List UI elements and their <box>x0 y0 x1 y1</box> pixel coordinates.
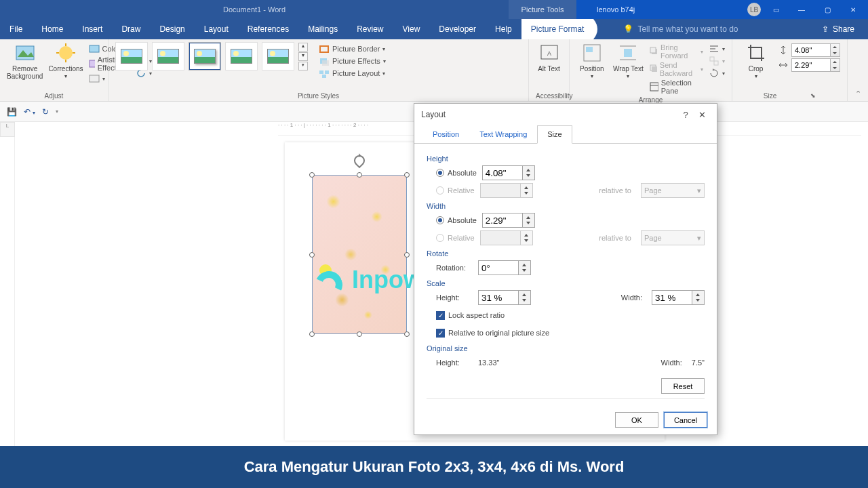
spinner-icon[interactable] <box>831 43 840 57</box>
scale-width-input[interactable] <box>652 290 692 305</box>
position-button[interactable]: Position▾ <box>576 42 608 80</box>
maximize-icon[interactable]: ▢ <box>816 0 838 19</box>
gallery-down-icon[interactable]: ▼ <box>298 52 308 61</box>
lock-aspect-checkbox[interactable]: ✓ Lock aspect ratio <box>436 311 505 320</box>
picture-styles-gallery[interactable]: ▲ ▼ ▾ <box>115 42 308 70</box>
send-backward-button[interactable]: Send Backward ▾ <box>649 61 703 77</box>
ok-button[interactable]: OK <box>615 412 658 428</box>
align-button[interactable]: ▾ <box>709 43 725 54</box>
cancel-button[interactable]: Cancel <box>664 412 707 428</box>
spinner-icon[interactable] <box>692 290 705 305</box>
spinner-icon[interactable] <box>519 260 531 275</box>
width-relative-combo: Page <box>641 230 705 245</box>
qat-customize-icon[interactable]: ▾ <box>56 108 58 115</box>
scale-height-input[interactable] <box>478 290 519 305</box>
style-option[interactable] <box>152 42 184 70</box>
crop-label: Crop <box>749 65 764 73</box>
tell-me-search[interactable]: 💡 Tell me what you want to do <box>623 24 738 34</box>
dialog-tab-wrapping[interactable]: Text Wrapping <box>469 125 537 143</box>
rotate-button[interactable]: ▾ <box>709 68 725 79</box>
spinner-icon[interactable] <box>831 58 840 72</box>
original-width-value: 7.5" <box>692 359 705 367</box>
size-dialog-launcher-icon[interactable]: ⬊ <box>810 92 816 100</box>
tab-edge-decoration <box>593 19 610 39</box>
tab-picture-format[interactable]: Picture Format <box>521 19 594 39</box>
save-icon[interactable]: 💾 <box>7 107 17 117</box>
redo-icon[interactable]: ↻ <box>42 107 49 117</box>
picture-layout-button[interactable]: Picture Layout ▾ <box>319 68 386 79</box>
picture-border-button[interactable]: Picture Border ▾ <box>319 43 386 54</box>
tab-insert[interactable]: Insert <box>73 19 112 39</box>
avatar[interactable]: LB <box>747 3 761 16</box>
resize-handle[interactable] <box>309 252 315 258</box>
corrections-button[interactable]: Corrections▾ <box>48 42 83 80</box>
ribbon-options-icon[interactable]: ▭ <box>765 0 787 19</box>
share-button[interactable]: ⇪ Share <box>822 24 868 34</box>
dialog-tab-size[interactable]: Size <box>537 125 572 144</box>
rotate-handle[interactable] <box>352 153 368 169</box>
style-option-selected[interactable] <box>189 42 221 70</box>
radio-unchecked-icon <box>436 234 444 242</box>
ribbon-height-input[interactable] <box>791 43 831 57</box>
resize-handle[interactable] <box>309 331 315 337</box>
style-option[interactable] <box>225 42 258 70</box>
scale-section-label: Scale <box>427 279 705 287</box>
resize-handle[interactable] <box>404 331 410 337</box>
crop-button[interactable]: Crop▾ <box>739 42 772 80</box>
tab-home[interactable]: Home <box>32 19 73 39</box>
resize-handle[interactable] <box>357 331 362 337</box>
reset-button[interactable]: Reset <box>661 378 705 394</box>
rotation-input[interactable] <box>478 260 519 275</box>
resize-handle[interactable] <box>309 172 315 178</box>
dialog-title: Layout <box>421 110 446 119</box>
tab-draw[interactable]: Draw <box>112 19 150 39</box>
width-absolute-input[interactable] <box>482 213 523 228</box>
vertical-ruler[interactable] <box>0 137 15 446</box>
relative-original-checkbox[interactable]: ✓ Relative to original picture size <box>436 329 549 338</box>
help-icon[interactable]: ? <box>677 110 694 120</box>
remove-background-button[interactable]: Remove Background <box>7 42 43 80</box>
undo-icon[interactable]: ↶ ▾ <box>24 107 35 117</box>
spinner-icon[interactable] <box>523 165 535 180</box>
picture-styles-group-label: Picture Styles <box>115 92 521 101</box>
height-absolute-radio[interactable]: Absolute <box>436 169 477 177</box>
height-relative-radio[interactable]: Relative <box>436 186 475 195</box>
tab-help[interactable]: Help <box>486 19 521 39</box>
gallery-up-icon[interactable]: ▲ <box>298 43 308 52</box>
style-option[interactable] <box>115 42 148 70</box>
tab-references[interactable]: References <box>238 19 298 39</box>
group-button[interactable]: ▾ <box>709 56 725 66</box>
close-icon[interactable]: ✕ <box>694 110 710 120</box>
wrap-text-button[interactable]: Wrap Text▾ <box>613 42 644 80</box>
close-icon[interactable]: ✕ <box>842 0 864 19</box>
spinner-icon[interactable] <box>519 290 531 305</box>
minimize-icon[interactable]: — <box>791 0 812 19</box>
width-absolute-radio[interactable]: Absolute <box>436 216 477 224</box>
picture-effects-button[interactable]: Picture Effects ▾ <box>319 56 386 66</box>
selection-pane-button[interactable]: Selection Pane <box>649 79 703 95</box>
tab-review[interactable]: Review <box>347 19 393 39</box>
alt-text-button[interactable]: A Alt Text <box>536 42 562 73</box>
height-absolute-input[interactable] <box>482 165 523 180</box>
tab-mailings[interactable]: Mailings <box>298 19 347 39</box>
spinner-icon[interactable] <box>523 213 535 228</box>
original-width-label: Width: <box>661 359 682 367</box>
tab-view[interactable]: View <box>393 19 430 39</box>
style-option[interactable] <box>262 42 294 70</box>
tab-layout[interactable]: Layout <box>195 19 238 39</box>
document-title: Document1 - Word <box>0 5 509 14</box>
resize-handle[interactable] <box>404 172 410 178</box>
tab-design[interactable]: Design <box>150 19 194 39</box>
collapse-ribbon-icon[interactable]: ⌃ <box>855 89 861 98</box>
width-relative-radio[interactable]: Relative <box>436 234 475 242</box>
selected-picture[interactable] <box>312 175 407 334</box>
ribbon-width-input[interactable] <box>791 58 831 72</box>
resize-handle[interactable] <box>404 252 410 258</box>
tab-file[interactable]: File <box>0 19 32 39</box>
resize-handle[interactable] <box>357 172 362 178</box>
remove-background-icon <box>14 42 36 64</box>
gallery-more-icon[interactable]: ▾ <box>298 62 308 70</box>
dialog-tab-position[interactable]: Position <box>422 125 469 143</box>
bring-forward-button[interactable]: Bring Forward ▾ <box>649 43 703 60</box>
tab-developer[interactable]: Developer <box>429 19 486 39</box>
